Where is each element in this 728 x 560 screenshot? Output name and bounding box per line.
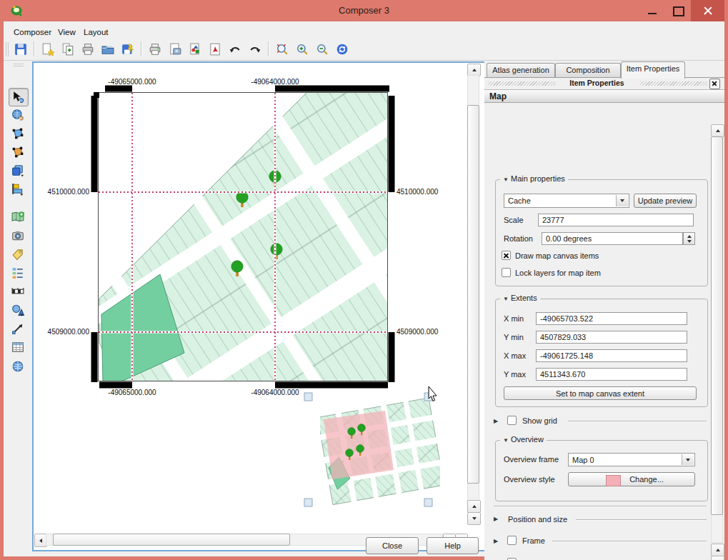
- tool-add-label[interactable]: [9, 246, 27, 263]
- panel-scrollbar[interactable]: [711, 124, 724, 560]
- tool-add-html-frame[interactable]: [9, 358, 27, 375]
- dock-close-button[interactable]: [709, 79, 720, 89]
- overview-frame-combo[interactable]: Map 0: [568, 453, 695, 466]
- tool-align-items[interactable]: [9, 181, 27, 198]
- set-to-map-canvas-extent-button[interactable]: Set to map canvas extent: [504, 386, 697, 400]
- update-preview-button[interactable]: Update preview: [634, 194, 697, 208]
- tool-edit-nodes-item-alt[interactable]: [9, 144, 27, 161]
- hscroll-thumb[interactable]: [53, 534, 290, 546]
- toolbar-separator: [268, 41, 269, 56]
- main-toolbar: [4, 39, 724, 61]
- tab-item-properties[interactable]: Item Properties: [621, 61, 685, 79]
- properties-scroll-area: Main properties Cache Update preview Sca…: [484, 103, 724, 560]
- collapse-icon: [503, 176, 509, 183]
- extents-title[interactable]: Extents: [500, 294, 540, 302]
- frame-label[interactable]: Frame: [522, 536, 545, 545]
- export-as-image-button[interactable]: [166, 41, 184, 58]
- add-table-icon: [11, 341, 24, 354]
- tool-add-arrow[interactable]: [9, 320, 27, 337]
- scale-input[interactable]: 23777: [538, 214, 694, 226]
- menu-composer[interactable]: Composer: [9, 26, 56, 39]
- tool-add-attribute-table[interactable]: [9, 339, 27, 356]
- window-close-button[interactable]: [691, 0, 724, 21]
- scale-label: Scale: [504, 216, 524, 224]
- tool-edit-nodes-item[interactable]: [9, 125, 27, 142]
- print-button[interactable]: [146, 41, 164, 58]
- composer-manager-button[interactable]: [79, 41, 96, 58]
- print-icon: [149, 43, 161, 56]
- menu-view[interactable]: View: [54, 26, 80, 39]
- undo-icon: [229, 43, 241, 56]
- vscroll-thumb[interactable]: [467, 105, 479, 484]
- help-button[interactable]: Help: [427, 537, 479, 554]
- draw-map-canvas-items-checkbox[interactable]: [502, 251, 511, 260]
- toolbar-handle[interactable]: [6, 42, 9, 56]
- zoom-in-button[interactable]: [294, 41, 311, 58]
- maximize-button[interactable]: [666, 0, 690, 21]
- tool-add-scalebar[interactable]: [9, 283, 27, 300]
- item-type-header: Map: [484, 89, 724, 103]
- undo-button[interactable]: [226, 41, 244, 58]
- show-grid-checkbox[interactable]: [507, 416, 517, 425]
- export-as-pdf-button[interactable]: [206, 41, 224, 58]
- grid-label-left-lower: 4509000.000: [48, 328, 90, 336]
- export-as-svg-button[interactable]: [186, 41, 204, 58]
- scroll-up-button2[interactable]: [467, 500, 481, 513]
- x-min-input[interactable]: -49065703.522: [536, 312, 687, 325]
- position-size-expander-icon[interactable]: [494, 516, 498, 522]
- save-project-button[interactable]: [12, 41, 29, 58]
- x-min-label: X min: [504, 314, 524, 323]
- main-properties-title[interactable]: Main properties: [500, 174, 568, 183]
- y-min-input[interactable]: 4507829.033: [536, 331, 687, 344]
- new-composer-button[interactable]: [39, 41, 56, 58]
- save-icon: [14, 43, 27, 56]
- rotation-input[interactable]: 0.00 degrees: [542, 232, 683, 245]
- load-from-template-button[interactable]: [99, 41, 116, 58]
- overview-style-change-button[interactable]: Change...: [568, 472, 695, 486]
- redo-button[interactable]: [246, 41, 264, 58]
- close-button[interactable]: Close: [366, 537, 419, 554]
- tool-add-legend[interactable]: [9, 264, 27, 281]
- tool-add-basic-shape[interactable]: [9, 301, 27, 319]
- minimize-icon: [648, 13, 657, 14]
- zoom-out-button[interactable]: [314, 41, 331, 58]
- preview-mode-combo[interactable]: Cache: [504, 194, 629, 208]
- overview-title[interactable]: Overview: [500, 435, 547, 444]
- tool-select-move-item[interactable]: [9, 88, 29, 106]
- menu-layout[interactable]: Layout: [79, 26, 113, 39]
- chevron-down-icon: [682, 454, 694, 465]
- panel-scroll-thumb[interactable]: [711, 136, 723, 515]
- scroll-down-button[interactable]: [711, 556, 724, 560]
- scroll-up-button2[interactable]: [711, 544, 724, 556]
- select-move-item-icon: [12, 91, 25, 104]
- tab-atlas-generation[interactable]: Atlas generation: [487, 63, 555, 78]
- duplicate-composer-button[interactable]: [59, 41, 76, 58]
- draw-map-canvas-items-label: Draw map canvas items: [515, 251, 599, 260]
- canvas-vscrollbar[interactable]: [467, 64, 480, 525]
- minimize-button[interactable]: [640, 0, 664, 21]
- spin-down-icon[interactable]: [687, 240, 692, 243]
- tool-move-item-content[interactable]: [9, 106, 27, 124]
- zoom-full-button[interactable]: [274, 41, 291, 58]
- show-grid-expander-icon[interactable]: [494, 418, 498, 424]
- toolbox-handle[interactable]: [14, 64, 24, 66]
- lock-layers-checkbox[interactable]: [502, 268, 511, 277]
- scroll-down-button[interactable]: [467, 512, 481, 525]
- frame-checkbox[interactable]: [507, 536, 517, 545]
- refresh-view-button[interactable]: [334, 41, 351, 58]
- position-and-size-label[interactable]: Position and size: [508, 515, 567, 524]
- rotation-spinner[interactable]: [683, 232, 695, 245]
- save-as-template-button[interactable]: [119, 41, 136, 58]
- overview-map-item[interactable]: [312, 391, 449, 511]
- grid-label-right-lower: 4509000.000: [397, 328, 439, 336]
- tool-add-image[interactable]: [9, 227, 27, 244]
- tool-group-items[interactable]: [9, 162, 27, 179]
- composition-canvas[interactable]: -49065000.000 -49064000.000 -49065000.00…: [32, 61, 487, 551]
- add-arrow-icon: [11, 322, 24, 335]
- tab-composition[interactable]: Composition: [555, 63, 621, 78]
- tool-add-new-map[interactable]: [9, 209, 27, 226]
- y-max-input[interactable]: 4511343.670: [536, 368, 687, 381]
- x-max-input[interactable]: -49061725.148: [536, 349, 687, 362]
- spin-up-icon[interactable]: [687, 235, 692, 238]
- frame-expander-icon[interactable]: [494, 538, 498, 544]
